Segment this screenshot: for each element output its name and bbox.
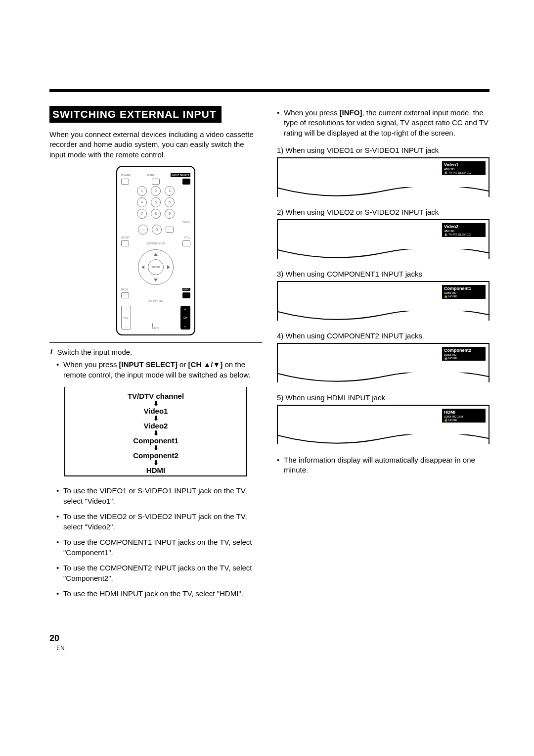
power-button-icon [121,179,129,185]
down-arrow-icon: ⬇ [65,400,246,407]
osd-line2: 🔒 NONE [444,294,484,298]
osd-line2: 🔒 NONE [444,418,484,422]
input-select-label: INPUT SELECT [171,173,190,177]
volume-rocker-icon: ▵VOL.▿ [121,306,131,330]
digit-0-icon: 0 [152,225,162,235]
left-column: SWITCHING EXTERNAL INPUT When you connec… [49,106,262,604]
dpad-right-icon [167,265,170,269]
dpad-left-icon [141,265,144,269]
input-select-button-icon [182,179,190,185]
remote-illustration: POWER SLEEP INPUT SELECT 123 456 789 AUD… [49,166,262,335]
setup-label: SETUP [121,236,130,239]
case-label: 3) When using COMPONENT1 INPUT jacks [277,270,490,278]
screen-preview: Video2 480i SD 🔒 TV-PG DLSV CC [277,219,490,259]
digit-5-icon: 5 [151,197,161,207]
ch-return-label: CH RETURN [121,300,190,303]
dpad-down-icon [154,279,158,282]
audio-label: AUDIO [182,220,190,223]
down-arrow-icon: ⬇ [65,460,246,466]
info-button-icon [182,292,190,298]
osd-overlay: Component1 1080i HD 🔒 NONE [442,285,486,299]
usage-bullet: To use the COMPONENT2 INPUT jacks on the… [56,563,262,583]
down-arrow-icon: ⬇ [65,430,246,436]
flow-node: Video2 [65,422,246,430]
osd-title: Component2 [444,348,484,353]
wave-cut-icon [278,187,489,198]
case-label: 4) When using COMPONENT2 INPUT jacks [277,331,490,340]
info-bullet: When you press [INFO], the current exter… [277,108,490,138]
info-label: INFO [182,288,190,291]
screen-preview: Component1 1080i HD 🔒 NONE [277,281,490,321]
input-select-instruction: When you press [INPUT SELECT] or [CH ▲/▼… [56,359,262,380]
digit-6-icon: 6 [165,197,175,207]
osd-overlay: Video1 480i SD 🔒 TV-PG DLSV CC [442,161,486,175]
back-label: BACK [121,288,128,291]
section-title: SWITCHING EXTERNAL INPUT [49,106,222,123]
wave-cut-icon [278,249,489,260]
mute-label: MUTE [152,327,159,330]
digit-8-icon: 8 [151,209,161,219]
page-number: 20 [49,633,59,643]
osd-line2: 🔒 TV-PG DLSV CC [444,233,484,236]
osd-overlay: HDMI 1080i HD 16:9 🔒 NONE [442,409,486,423]
flow-node: HDMI [65,466,246,474]
osd-title: Video2 [444,224,484,229]
page-language: EN [56,645,65,652]
enter-button-icon: ENTER [148,259,164,275]
usage-bullet-list: To use the VIDEO1 or S-VIDEO1 INPUT jack… [56,485,262,599]
digit-4-icon: 4 [137,197,147,207]
top-rule [49,89,490,92]
usage-bullet: To use the VIDEO2 or S-VIDEO2 INPUT jack… [56,511,262,532]
power-label: POWER [121,174,131,177]
wave-cut-icon [278,373,489,383]
still-label: STILL [184,236,190,239]
right-column: When you press [INFO], the current exter… [277,106,490,604]
dpad-icon: ENTER [138,249,174,285]
note-text: The information display will automatical… [277,455,490,475]
remote-body: POWER SLEEP INPUT SELECT 123 456 789 AUD… [116,166,195,335]
osd-line2: 🔒 TV-PG DLSV CC [444,171,484,174]
info-instruction: When you press [INFO], the current exter… [277,108,490,138]
osd-title: HDMI [444,410,484,415]
auto-disappear-note: The information display will automatical… [277,455,490,475]
dash-icon: – [138,225,148,235]
screen-mode-label: SCREEN MODE [146,242,165,245]
case-label: 2) When using VIDEO2 or S-VIDEO2 INPUT j… [277,208,490,216]
dpad-up-icon [154,253,158,256]
flow-node: Component1 [65,436,246,445]
osd-overlay: Video2 480i SD 🔒 TV-PG DLSV CC [442,223,486,237]
screen-mode-button-icon [182,240,190,246]
page-footer: 20 EN [49,633,490,652]
wave-cut-icon [278,434,489,445]
down-arrow-icon: ⬇ [65,415,246,422]
divider [49,342,262,343]
screen-preview: Video1 480i SD 🔒 TV-PG DLSV CC [277,157,490,197]
digit-3-icon: 3 [165,186,175,196]
screen-preview: HDMI 1080i HD 16:9 🔒 NONE [277,405,490,444]
sleep-button-icon [152,179,160,185]
intro-text: When you connect external devices includ… [49,130,262,160]
flow-node: TV/DTV channel [65,392,246,400]
sleep-label: SLEEP [147,174,155,177]
usage-bullet: To use the HDMI INPUT jack on the TV, se… [56,588,262,599]
screen-preview: Component2 1080i HD 🔒 NONE [277,343,490,382]
down-arrow-icon: ⬇ [65,445,246,451]
wave-cut-icon [278,311,489,322]
digit-9-icon: 9 [165,209,175,219]
case-label: 1) When using VIDEO1 or S-VIDEO1 INPUT j… [277,146,490,154]
digit-2-icon: 2 [151,186,161,196]
osd-title: Component1 [444,286,484,291]
step-number: 1 [49,348,53,356]
osd-title: Video1 [444,162,484,167]
osd-overlay: Component2 1080i HD 🔒 NONE [442,347,486,361]
osd-line2: 🔒 NONE [444,356,484,360]
usage-bullet: To use the VIDEO1 or S-VIDEO1 INPUT jack… [56,485,262,506]
step-1: 1 Switch the input mode. [49,348,262,356]
flow-node: Video1 [65,407,246,415]
two-column-layout: SWITCHING EXTERNAL INPUT When you connec… [49,106,490,604]
usage-bullet: To use the COMPONENT1 INPUT jacks on the… [56,537,262,558]
back-button-icon [121,292,129,298]
digit-7-icon: 7 [137,209,147,219]
flow-node: Component2 [65,451,246,460]
setup-button-icon [121,240,129,246]
